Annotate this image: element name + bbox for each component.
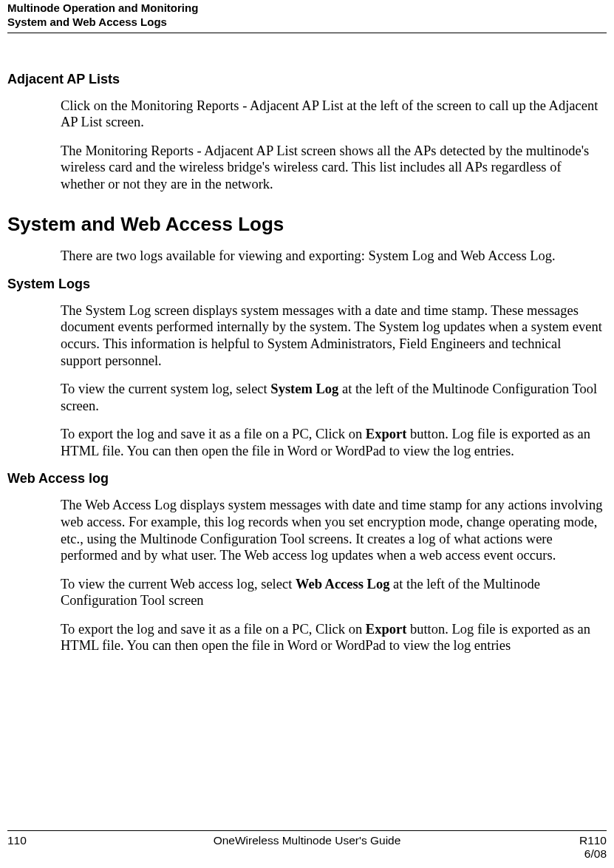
paragraph: To export the log and save it as a file …	[61, 426, 604, 459]
footer-title: OneWireless Multinode User's Guide	[96, 834, 518, 847]
text-run: To view the current system log, select	[61, 382, 270, 396]
footer-row: 110 OneWireless Multinode User's Guide R…	[7, 834, 607, 847]
paragraph: Click on the Monitoring Reports - Adjace…	[61, 98, 604, 131]
heading-web-access-log: Web Access log	[7, 471, 607, 486]
text-run: To view the current Web access log, sele…	[61, 577, 296, 591]
text-run: To export the log and save it as a file …	[61, 427, 366, 441]
footer-blank	[96, 847, 518, 861]
page-footer: 110 OneWireless Multinode User's Guide R…	[7, 830, 607, 861]
header-subtitle: System and Web Access Logs	[7, 16, 607, 30]
heading-system-logs: System Logs	[7, 277, 607, 292]
document-page: Multinode Operation and Monitoring Syste…	[0, 0, 614, 868]
footer-page-number: 110	[7, 834, 96, 847]
paragraph: There are two logs available for viewing…	[61, 248, 604, 265]
footer-version: R110	[518, 834, 607, 847]
bold-text: Export	[366, 622, 407, 637]
footer-row: 6/08	[7, 847, 607, 861]
heading-system-web-access-logs: System and Web Access Logs	[7, 213, 607, 236]
footer-date: 6/08	[518, 847, 607, 861]
text-run: To export the log and save it as a file …	[61, 622, 366, 637]
bold-text: System Log	[270, 382, 338, 396]
paragraph: To view the current system log, select S…	[61, 381, 604, 414]
bold-text: Export	[366, 427, 407, 441]
bold-text: Web Access Log	[296, 577, 389, 591]
paragraph: The Monitoring Reports - Adjacent AP Lis…	[61, 143, 604, 193]
paragraph: The Web Access Log displays system messa…	[61, 497, 604, 563]
paragraph: To export the log and save it as a file …	[61, 621, 604, 654]
heading-adjacent-ap-lists: Adjacent AP Lists	[7, 72, 607, 87]
paragraph: The System Log screen displays system me…	[61, 302, 604, 369]
page-header: Multinode Operation and Monitoring Syste…	[7, 0, 607, 33]
header-title: Multinode Operation and Monitoring	[7, 1, 607, 16]
footer-blank	[7, 847, 96, 861]
page-content: Adjacent AP Lists Click on the Monitorin…	[7, 33, 607, 654]
paragraph: To view the current Web access log, sele…	[61, 576, 604, 609]
